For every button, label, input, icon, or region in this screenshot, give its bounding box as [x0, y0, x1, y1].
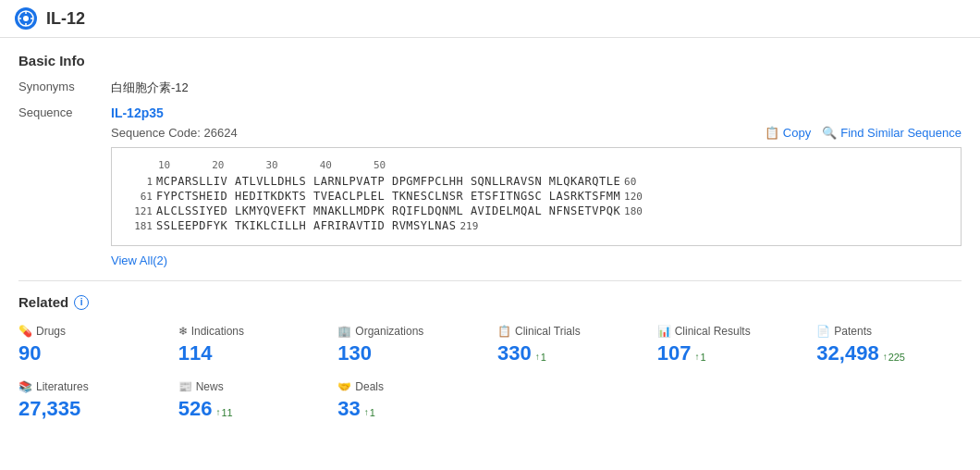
view-all-button[interactable]: View All(2): [111, 254, 962, 267]
news-icon: 📰: [178, 380, 192, 393]
sequence-label-left: Sequence: [18, 105, 111, 119]
news-label: News: [196, 380, 224, 393]
synonyms-value: 白细胞介素-12: [111, 80, 189, 96]
clinical-trials-icon: 📋: [497, 325, 511, 338]
related-grid-row1: 💊 Drugs 90 ❄ Indications 114 🏢 Organizat…: [18, 325, 962, 365]
sequence-line-4: 181 SSLEEPDFYK TKIKLCILLH AFRIRAVTID RVM…: [127, 219, 946, 232]
literatures-label: Literatures: [36, 380, 89, 393]
clinical-results-icon: 📊: [657, 325, 671, 338]
find-similar-icon: 🔍: [822, 126, 837, 140]
sequence-row: Sequence IL-12p35 Sequence Code: 26624 📋…: [18, 105, 962, 267]
organizations-count: 130: [337, 341, 483, 365]
deals-icon: 🤝: [337, 380, 351, 393]
related-item-indications[interactable]: ❄ Indications 114: [178, 325, 324, 365]
sequence-content: IL-12p35 Sequence Code: 26624 📋 Copy 🔍 F…: [111, 105, 962, 267]
sequence-ruler: 10 20 30 40 50: [158, 159, 946, 171]
literatures-icon: 📚: [18, 380, 32, 393]
sequence-line-1: 1 MCPARSLLIV ATLVLLDHLS LARNLPVATP DPGMF…: [127, 175, 946, 188]
synonyms-row: Synonyms 白细胞介素-12: [18, 80, 962, 96]
find-similar-button[interactable]: 🔍 Find Similar Sequence: [822, 126, 962, 140]
sequence-box: 10 20 30 40 50 1 MCPARSLLIV ATLVLLDHLS L…: [111, 147, 962, 246]
synonyms-label: Synonyms: [18, 80, 111, 96]
sequence-line-3: 121 ALCLSSIYED LKMYQVEFKT MNAKLLMDPK RQI…: [127, 204, 946, 217]
patents-count: 32,498: [816, 341, 878, 365]
deals-count: 33: [337, 397, 360, 421]
related-section-title: Related i: [18, 294, 962, 310]
related-item-organizations[interactable]: 🏢 Organizations 130: [337, 325, 483, 365]
sequence-code-value: 26624: [203, 126, 237, 140]
clinical-results-count: 107: [657, 341, 692, 365]
entity-icon: [15, 7, 37, 30]
svg-point-1: [23, 16, 29, 21]
indications-count: 114: [178, 341, 324, 365]
sequence-code-text: Sequence Code: 26624: [111, 126, 238, 140]
sequence-actions: 📋 Copy 🔍 Find Similar Sequence: [765, 126, 962, 140]
drugs-icon: 💊: [18, 325, 32, 338]
organizations-label: Organizations: [355, 325, 423, 338]
clinical-results-label: Clinical Results: [675, 325, 751, 338]
deals-trend: ↑ 1: [364, 407, 375, 418]
patents-trend: ↑ 225: [883, 352, 905, 363]
basic-info-section-title: Basic Info: [18, 53, 962, 68]
patents-icon: 📄: [816, 325, 830, 338]
patents-label: Patents: [834, 325, 872, 338]
sequence-name[interactable]: IL-12p35: [111, 105, 962, 120]
related-item-patents[interactable]: 📄 Patents 32,498 ↑ 225: [816, 325, 962, 365]
clinical-trials-trend: ↑ 1: [535, 352, 546, 363]
drugs-label: Drugs: [36, 325, 66, 338]
drugs-count: 90: [18, 341, 164, 365]
news-trend: ↑ 11: [215, 407, 232, 418]
related-info-icon[interactable]: i: [74, 295, 89, 310]
indications-icon: ❄: [178, 325, 188, 338]
related-item-clinical-trials[interactable]: 📋 Clinical Trials 330 ↑ 1: [497, 325, 643, 365]
page-header: IL-12: [0, 0, 980, 38]
clinical-results-trend: ↑ 1: [694, 352, 705, 363]
literatures-count: 27,335: [18, 397, 164, 421]
news-count: 526: [178, 397, 213, 421]
copy-icon: 📋: [765, 126, 779, 140]
related-item-literatures[interactable]: 📚 Literatures 27,335: [18, 380, 164, 421]
deals-label: Deals: [355, 380, 384, 393]
related-item-deals[interactable]: 🤝 Deals 33 ↑ 1: [337, 380, 483, 421]
related-item-drugs[interactable]: 💊 Drugs 90: [18, 325, 164, 365]
clinical-trials-label: Clinical Trials: [515, 325, 581, 338]
page-title: IL-12: [46, 9, 85, 29]
indications-label: Indications: [191, 325, 244, 338]
organizations-icon: 🏢: [337, 325, 351, 338]
sequence-header: Sequence Code: 26624 📋 Copy 🔍 Find Simil…: [111, 126, 962, 140]
related-grid-row2: 📚 Literatures 27,335 📰 News 526 ↑ 11 🤝: [18, 380, 962, 421]
section-divider: [18, 280, 962, 281]
related-item-news[interactable]: 📰 News 526 ↑ 11: [178, 380, 324, 421]
sequence-line-2: 61 FYPCTSHEID HEDITKDKTS TVEACLPLEL TKNE…: [127, 190, 946, 203]
copy-button[interactable]: 📋 Copy: [765, 126, 811, 140]
related-item-clinical-results[interactable]: 📊 Clinical Results 107 ↑ 1: [657, 325, 802, 365]
clinical-trials-count: 330: [497, 341, 532, 365]
